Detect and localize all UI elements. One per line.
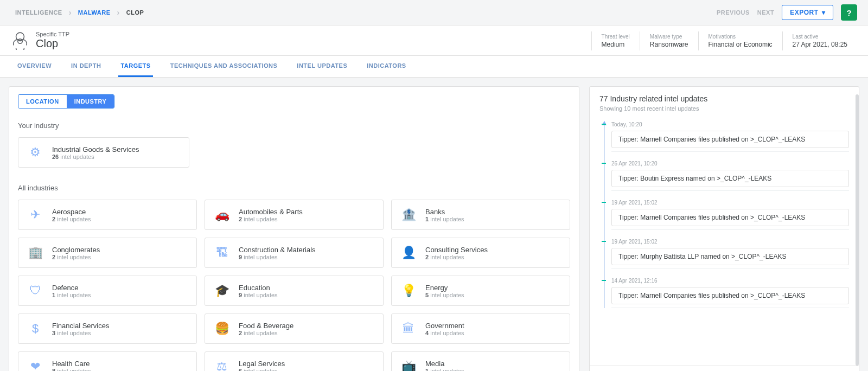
industry-card[interactable]: 🚗Automobiles & Parts2 intel updates — [205, 200, 384, 230]
timeline-card[interactable]: Tipper: Murphy Battista LLP named on >_C… — [611, 248, 849, 265]
timeline-item: 14 Apr 2021, 12:16Tipper: Marnell Compan… — [611, 278, 849, 308]
target-subtabs: Location Industry — [18, 94, 114, 108]
timeline-date: 14 Apr 2021, 12:16 — [611, 278, 849, 284]
export-button[interactable]: Export ▾ — [782, 5, 833, 20]
updates-subtitle: Showing 10 most recent intel updates — [599, 105, 849, 112]
breadcrumb-current: Clop — [122, 7, 149, 18]
industry-name: Consulting Services — [425, 246, 488, 254]
buildings-icon: 🏢 — [26, 244, 44, 262]
timeline-item: 19 Apr 2021, 15:02Tipper: Marnell Compan… — [611, 200, 849, 230]
tab-targets[interactable]: Targets — [118, 56, 152, 77]
industry-name: Banks — [425, 208, 464, 216]
industry-name: Legal Services — [239, 360, 285, 368]
bulb-icon: 💡 — [399, 282, 418, 300]
shield-icon: 🛡 — [26, 282, 44, 300]
industry-card[interactable]: 🏗Construction & Materials9 intel updates — [205, 238, 384, 268]
industry-card[interactable]: 🍔Food & Beverage2 intel updates — [205, 314, 384, 344]
bank-icon: 🏦 — [399, 206, 418, 224]
title-overline: Specific TTP — [36, 31, 69, 37]
divider — [611, 229, 849, 230]
divider — [611, 151, 849, 152]
car-icon: 🚗 — [213, 206, 231, 224]
industry-name: Education — [239, 284, 278, 292]
industry-name: Construction & Materials — [239, 246, 316, 254]
meta-value: Ransomware — [650, 41, 688, 48]
main-tabs: OverviewIn DepthTargetsTechniques and As… — [0, 56, 868, 78]
industry-count: 1 intel updates — [425, 368, 464, 372]
industry-count: 1 intel updates — [52, 292, 91, 298]
tab-indicators[interactable]: Indicators — [365, 56, 408, 77]
breadcrumb-intelligence[interactable]: Intelligence — [11, 7, 67, 18]
timeline-date: 26 Apr 2021, 10:20 — [611, 161, 849, 167]
meta-value: 27 Apr 2021, 08:25 — [793, 41, 847, 48]
industry-name: Conglomerates — [52, 246, 100, 254]
government-icon: 🏛 — [399, 319, 418, 338]
subtab-industry[interactable]: Industry — [67, 95, 114, 108]
industry-name: Industrial Goods & Services — [52, 145, 139, 153]
industry-card[interactable]: 🏦Banks1 intel updates — [391, 200, 570, 230]
help-button[interactable]: ? — [841, 4, 857, 21]
timeline-card[interactable]: Tipper: Boutin Express named on >_CLOP^_… — [611, 170, 849, 187]
topbar-actions: Previous Next Export ▾ ? — [717, 4, 857, 21]
industry-card[interactable]: 🎓Education9 intel updates — [205, 276, 384, 306]
tab-intel-updates[interactable]: Intel Updates — [295, 56, 349, 77]
industry-card[interactable]: $Financial Services3 intel updates — [18, 314, 197, 344]
industry-card[interactable]: 💡Energy5 intel updates — [391, 276, 570, 306]
meta-label: Malware type — [650, 34, 688, 40]
timeline-card[interactable]: Tipper: Marnell Companies files publishe… — [611, 287, 849, 304]
previous-button[interactable]: Previous — [717, 9, 750, 16]
divider — [611, 268, 849, 269]
scrollbar[interactable] — [856, 94, 859, 366]
page-title: Clop — [36, 37, 69, 50]
industry-card[interactable]: ❤Health Care8 intel updates — [18, 351, 197, 371]
industry-name: Media — [425, 360, 464, 368]
industry-name: Government — [425, 322, 464, 330]
industry-card[interactable]: ✈Aerospace2 intel updates — [18, 200, 197, 230]
arrow-up-icon: ▲ — [601, 118, 608, 127]
industry-card[interactable]: 🛡Defence1 intel updates — [18, 276, 197, 306]
featured-industry-card[interactable]: ⚙Industrial Goods & Services26 intel upd… — [18, 137, 189, 168]
tab-overview[interactable]: Overview — [15, 56, 54, 77]
main-content: Location Industry Your industry ⚙Industr… — [0, 78, 868, 371]
industry-card[interactable]: 🏢Conglomerates2 intel updates — [18, 238, 197, 268]
meta-item: MotivationsFinancial or Economic — [698, 31, 782, 50]
page-header: Specific TTP Clop Threat levelMediumMalw… — [0, 25, 868, 56]
industry-card[interactable]: 📺Media1 intel updates — [391, 351, 570, 371]
chevron-right-icon: › — [117, 8, 120, 17]
industry-name: Energy — [425, 284, 464, 292]
industry-count: 3 intel updates — [52, 330, 110, 336]
meta-label: Last active — [793, 34, 847, 40]
industry-name: Automobiles & Parts — [239, 208, 303, 216]
industry-name: Defence — [52, 284, 91, 292]
timeline-card[interactable]: Tipper: Marnell Companies files publishe… — [611, 131, 849, 148]
caret-down-icon: ▾ — [822, 9, 826, 16]
crane-icon: 🏗 — [213, 244, 231, 262]
industry-count: 1 intel updates — [425, 216, 464, 222]
tab-in-depth[interactable]: In Depth — [69, 56, 103, 77]
industry-count: 2 intel updates — [425, 254, 488, 260]
meta-row: Threat levelMediumMalware typeRansomware… — [591, 31, 857, 55]
timeline-item: 26 Apr 2021, 10:20Tipper: Boutin Express… — [611, 161, 849, 191]
plane-icon: ✈ — [26, 206, 44, 224]
industry-card[interactable]: ⚖Legal Services6 intel updates — [205, 351, 384, 371]
gear-icon: ⚙ — [26, 143, 44, 162]
industry-count: 2 intel updates — [239, 216, 303, 222]
industry-count: 8 intel updates — [52, 368, 91, 372]
industry-count: 2 intel updates — [52, 216, 91, 222]
subtab-location[interactable]: Location — [18, 95, 67, 108]
updates-timeline: ▲ Today, 10:20Tipper: Marnell Companies … — [599, 121, 849, 308]
industry-count: 6 intel updates — [239, 368, 285, 372]
updates-title: 77 Industry related intel updates — [599, 94, 849, 103]
meta-value: Medium — [602, 41, 630, 48]
meta-item: Threat levelMedium — [591, 31, 640, 50]
timeline-date: 19 Apr 2021, 15:02 — [611, 200, 849, 206]
food-icon: 🍔 — [213, 319, 231, 338]
industry-card[interactable]: 🏛Government4 intel updates — [391, 314, 570, 344]
breadcrumb: Intelligence › Malware › Clop — [11, 7, 148, 18]
tab-techniques-and-associations[interactable]: Techniques and Associations — [168, 56, 280, 77]
updates-footer: View Related Intel Updates — [590, 366, 859, 371]
timeline-card[interactable]: Tipper: Marnell Companies files publishe… — [611, 209, 849, 226]
next-button[interactable]: Next — [757, 9, 774, 16]
industry-card[interactable]: 👤Consulting Services2 intel updates — [391, 238, 570, 268]
breadcrumb-malware[interactable]: Malware — [74, 7, 115, 18]
